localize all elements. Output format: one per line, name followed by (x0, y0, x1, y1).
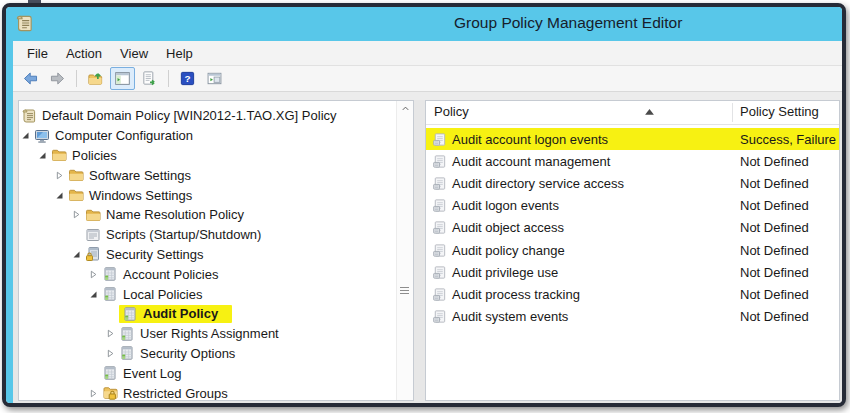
collapsed-arrow-icon[interactable] (106, 329, 119, 338)
tree-item[interactable]: Audit Policy (19, 304, 396, 324)
expanded-arrow-icon[interactable] (38, 151, 51, 160)
forward-button[interactable] (45, 67, 70, 90)
policy-row[interactable]: Audit account logon events Success, Fail… (426, 128, 839, 150)
menu-help[interactable]: Help (157, 43, 202, 64)
policy-name: Audit account logon events (452, 132, 608, 147)
gpo-scroll-icon (21, 108, 37, 124)
policy-row[interactable]: Audit process tracking Not Defined (426, 283, 839, 305)
policy-setting: Not Defined (740, 198, 809, 213)
chevron-up-icon[interactable] (397, 101, 413, 116)
tree-item[interactable]: User Rights Assignment (19, 324, 396, 344)
policy-table-icon (102, 266, 118, 282)
gpme-window: Group Policy Management Editor FileActio… (2, 3, 846, 407)
policy-name: Audit policy change (452, 243, 565, 258)
tree-scrollbar[interactable] (396, 101, 413, 400)
gpo-scroll-icon (15, 14, 34, 33)
toolbar: ? (13, 66, 842, 92)
policy-item-icon (432, 265, 447, 280)
policy-item-icon (432, 176, 447, 191)
policy-name: Audit object access (452, 220, 564, 235)
menu-file[interactable]: File (18, 43, 57, 64)
back-icon (22, 70, 39, 87)
policy-name: Audit logon events (452, 198, 559, 213)
tree-item-label: Computer Configuration (55, 128, 193, 143)
tree-item[interactable]: Security Options (19, 344, 396, 364)
up-one-level-button[interactable] (83, 67, 108, 90)
policy-name: Audit privilege use (452, 265, 558, 280)
tree-item[interactable]: Software Settings (19, 165, 396, 185)
window-title: Group Policy Management Editor (454, 14, 682, 32)
export-list-button[interactable] (137, 67, 162, 90)
policy-setting: Not Defined (740, 220, 809, 235)
tree-item[interactable]: Computer Configuration (19, 126, 396, 146)
policy-name: Audit system events (452, 309, 568, 324)
menu-action[interactable]: Action (57, 43, 111, 64)
tree-item[interactable]: Scripts (Startup/Shutdown) (19, 225, 396, 245)
tree-item-label: Event Log (123, 366, 182, 381)
tree-item-label: Audit Policy (143, 306, 218, 321)
expanded-arrow-icon[interactable] (21, 131, 34, 140)
policy-item-icon (432, 220, 447, 235)
tree-item-label: Windows Settings (89, 188, 192, 203)
folder-icon (85, 207, 101, 223)
column-header-policy[interactable]: Policy (434, 104, 469, 119)
policy-setting: Not Defined (740, 176, 809, 191)
folder-icon (68, 167, 84, 183)
policy-row[interactable]: Audit policy change Not Defined (426, 239, 839, 261)
collapsed-arrow-icon[interactable] (72, 210, 85, 219)
scrollbar-grip[interactable] (400, 287, 409, 296)
expanded-arrow-icon[interactable] (72, 250, 85, 259)
collapsed-arrow-icon[interactable] (89, 389, 102, 398)
policy-list-pane: Policy Policy Setting Audit account logo… (425, 100, 840, 401)
policy-row[interactable]: Audit logon events Not Defined (426, 195, 839, 217)
policy-item-icon (432, 154, 447, 169)
tree-item[interactable]: Policies (19, 146, 396, 166)
help-button[interactable]: ? (175, 67, 200, 90)
policy-row[interactable]: Audit account management Not Defined (426, 150, 839, 172)
policy-item-icon (432, 309, 447, 324)
policy-table-icon (122, 306, 138, 322)
tree-item[interactable]: Name Resolution Policy (19, 205, 396, 225)
collapsed-arrow-icon[interactable] (106, 349, 119, 358)
tree-item-label: Policies (72, 148, 117, 163)
policy-item-icon (432, 198, 447, 213)
policy-table-icon (119, 345, 135, 361)
policy-row[interactable]: Audit object access Not Defined (426, 217, 839, 239)
toolbar-substrip (13, 92, 842, 100)
policy-row[interactable]: Audit directory service access Not Defin… (426, 172, 839, 194)
collapsed-arrow-icon[interactable] (55, 171, 68, 180)
policy-setting: Not Defined (740, 287, 809, 302)
policy-row[interactable]: Audit system events Not Defined (426, 306, 839, 328)
policy-item-icon (432, 243, 447, 258)
toolbar-separator (168, 70, 169, 87)
expanded-arrow-icon[interactable] (89, 290, 102, 299)
title-bar: Group Policy Management Editor (6, 7, 842, 41)
console-tree-button[interactable] (110, 67, 135, 90)
column-header-policy-setting[interactable]: Policy Setting (740, 104, 819, 119)
new-window-button[interactable] (202, 67, 227, 90)
tree-item[interactable]: Event Log (19, 363, 396, 383)
policy-table-icon (119, 326, 135, 342)
tree-item[interactable]: Default Domain Policy [WIN2012-1.TAO.XG]… (19, 106, 396, 126)
tree-item-label: Software Settings (89, 168, 191, 183)
forward-icon (49, 70, 66, 87)
folder-icon (68, 187, 84, 203)
security-settings-icon (85, 246, 101, 262)
back-button[interactable] (18, 67, 43, 90)
tree-item[interactable]: Account Policies (19, 264, 396, 284)
menu-view[interactable]: View (111, 43, 157, 64)
console-tree-icon (114, 70, 131, 87)
tree-item[interactable]: Windows Settings (19, 185, 396, 205)
collapsed-arrow-icon[interactable] (89, 270, 102, 279)
tree-item-label: Security Settings (106, 247, 204, 262)
policy-name: Audit process tracking (452, 287, 580, 302)
column-divider[interactable] (732, 103, 733, 122)
tree-item[interactable]: Security Settings (19, 245, 396, 265)
tree-item[interactable]: Local Policies (19, 284, 396, 304)
policy-row[interactable]: Audit privilege use Not Defined (426, 261, 839, 283)
scripts-icon (85, 227, 101, 243)
tree-item[interactable]: Restricted Groups (19, 383, 396, 400)
new-window-icon (206, 70, 223, 87)
expanded-arrow-icon[interactable] (55, 191, 68, 200)
policy-setting: Success, Failure (740, 132, 836, 147)
